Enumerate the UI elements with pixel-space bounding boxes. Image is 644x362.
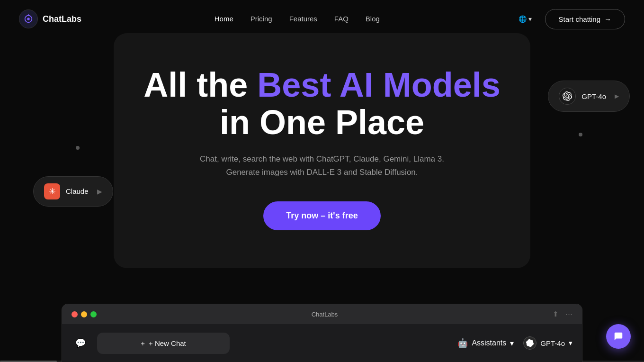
hero-title-suffix: in One Place [220, 103, 424, 141]
arrow-right-icon: → [604, 15, 611, 23]
hero-card: ✳ Claude ▶ GPT-4o ▶ All the Best AI Mode… [114, 33, 530, 268]
hero-title-highlight: Best AI Models [257, 66, 500, 104]
cta-button[interactable]: Try now – it's free [263, 201, 380, 230]
assistants-button[interactable]: 🤖 Assistants ▾ [457, 338, 514, 348]
claude-badge: ✳ Claude ▶ [33, 176, 113, 207]
mockup-body: 💬 + + New Chat 🤖 Assistants ▾ GPT-4o ▾ [62, 324, 582, 362]
openai-selector-icon [523, 336, 537, 350]
logo-icon [19, 9, 38, 28]
navigation: ChatLabs Home Pricing Features FAQ Blog … [0, 0, 644, 38]
plus-icon: + [141, 339, 145, 347]
globe-icon: 🌐 [519, 15, 527, 23]
mockup-titlebar: ChatLabs ⬆ ⋯ [62, 304, 582, 324]
cursor-icon: ▶ [97, 188, 102, 195]
nav-right: 🌐 ▾ Start chatting → [513, 9, 625, 29]
hero-subtitle: Chat, write, search the web with ChatGPT… [189, 153, 455, 178]
nav-features[interactable]: Features [289, 15, 317, 23]
gpt-play-icon: ▶ [615, 93, 619, 100]
new-chat-label: + New Chat [149, 339, 186, 347]
logo-link[interactable]: ChatLabs [19, 9, 81, 28]
minimize-button[interactable] [81, 311, 87, 317]
assistants-label: Assistants [472, 339, 506, 347]
nav-home[interactable]: Home [215, 15, 233, 23]
nav-pricing[interactable]: Pricing [250, 15, 272, 23]
cta-label: Try now – it's free [286, 211, 358, 221]
maximize-button[interactable] [90, 311, 97, 317]
gpt-label: GPT-4o [581, 92, 606, 100]
chevron-down-icon: ▾ [528, 15, 532, 23]
robot-icon: 🤖 [457, 338, 468, 348]
mockup-right: 🤖 Assistants ▾ GPT-4o ▾ [457, 336, 572, 350]
new-chat-button[interactable]: + + New Chat [97, 333, 230, 354]
start-chatting-button[interactable]: Start chatting → [545, 9, 625, 29]
chevron-down-icon-gpt: ▾ [569, 339, 572, 347]
language-button[interactable]: 🌐 ▾ [513, 11, 537, 27]
app-mockup: ChatLabs ⬆ ⋯ 💬 + + New Chat 🤖 Assistants… [62, 304, 582, 362]
gpt-badge: GPT-4o ▶ [548, 81, 630, 112]
hero-container: ✳ Claude ▶ GPT-4o ▶ All the Best AI Mode… [0, 33, 644, 268]
gpt-selector-label: GPT-4o [540, 339, 565, 347]
chat-icon[interactable]: 💬 [72, 334, 89, 352]
app-title: ChatLabs [312, 311, 338, 318]
nav-faq[interactable]: FAQ [334, 15, 349, 23]
nav-blog[interactable]: Blog [366, 15, 380, 23]
svg-point-1 [27, 18, 30, 20]
nav-links: Home Pricing Features FAQ Blog [215, 15, 380, 23]
chevron-down-icon: ▾ [510, 339, 514, 348]
share-icon[interactable]: ⬆ [553, 310, 559, 318]
claude-label: Claude [66, 187, 89, 195]
mockup-actions: ⬆ ⋯ [553, 310, 572, 318]
close-button[interactable] [72, 311, 78, 317]
more-options-icon[interactable]: ⋯ [565, 310, 572, 318]
traffic-lights [72, 311, 97, 317]
dot-right [579, 133, 582, 136]
chat-bubble-button[interactable] [606, 324, 631, 349]
hero-title: All the Best AI Models in One Place [142, 66, 502, 141]
hero-title-prefix: All the [143, 66, 257, 104]
gpt-selector-button[interactable]: GPT-4o ▾ [523, 336, 572, 350]
claude-icon: ✳ [44, 183, 60, 199]
openai-icon [559, 88, 576, 105]
start-chatting-label: Start chatting [559, 15, 600, 23]
logo-text: ChatLabs [43, 14, 81, 24]
dot-left [76, 146, 80, 150]
